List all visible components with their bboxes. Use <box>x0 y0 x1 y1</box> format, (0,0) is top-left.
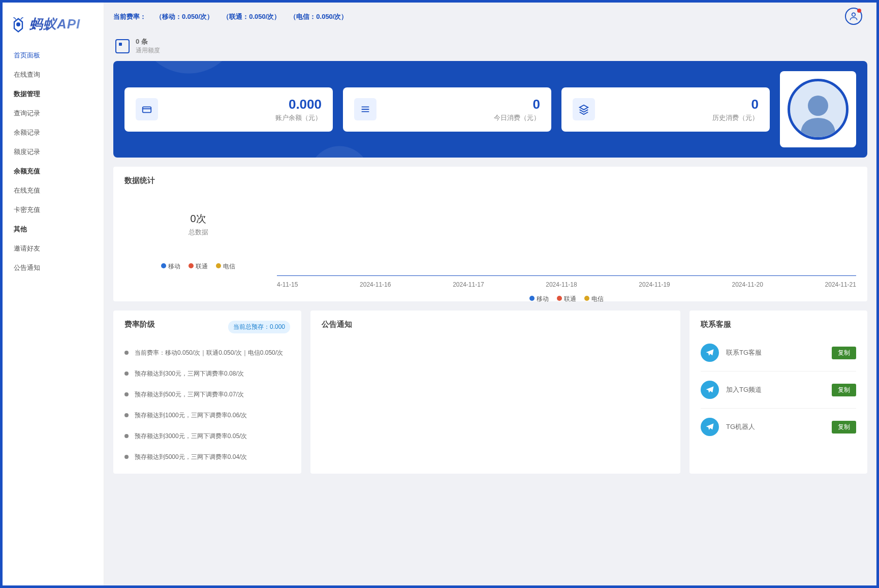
legend-bottom: 移动 联通 电信 <box>277 295 856 303</box>
rate-item: 预存额达到5000元，三网下调费率0.04/次 <box>124 447 287 465</box>
rate-item: 当前费率：移动0.050/次｜联通0.050/次｜电信0.050/次 <box>124 343 287 363</box>
chart-total-label: 总数据 <box>189 228 208 237</box>
rate-item-text: 当前费率：移动0.050/次｜联通0.050/次｜电信0.050/次 <box>135 349 283 357</box>
rate-item: 预存额达到300元，三网下调费率0.08/次 <box>124 363 287 384</box>
rate-item-text: 预存额达到3000元，三网下调费率0.05/次 <box>135 432 247 441</box>
user-icon <box>849 11 859 21</box>
rate-item: 预存额达到1000元，三网下调费率0.06/次 <box>124 405 287 426</box>
calendar-icon <box>115 39 130 53</box>
sidebar-item-invite[interactable]: 邀请好友 <box>3 239 104 258</box>
rate-unicom: （联通：0.050/次） <box>223 12 280 21</box>
sidebar-item-notice[interactable]: 公告通知 <box>3 258 104 277</box>
contact-label: 联系TG客服 <box>726 348 825 357</box>
sidebar: 蚂蚁API 首页面板 在线查询 数据管理 查询记录 余额记录 额度记录 余额充值… <box>3 3 104 585</box>
avatar-box <box>780 71 856 147</box>
rate-telecom: （电信：0.050/次） <box>290 12 348 21</box>
x-tick: 2024-11-19 <box>639 281 670 288</box>
telegram-icon <box>701 418 719 436</box>
legend-telecom: 电信 <box>223 263 235 270</box>
bullet-icon <box>124 455 129 459</box>
svg-point-0 <box>16 22 20 26</box>
sidebar-group-data-mgmt: 数据管理 <box>3 84 104 104</box>
stat-card-balance: 0.000 账户余额（元） <box>124 87 333 132</box>
chart-area: 4-11-152024-11-162024-11-172024-11-18202… <box>277 191 856 292</box>
copy-button[interactable]: 复制 <box>832 347 856 359</box>
x-tick: 2024-11-16 <box>360 281 391 288</box>
chart-title: 数据统计 <box>124 176 856 185</box>
stat-today-label: 今日消费（元） <box>386 113 540 122</box>
legend-unicom: 联通 <box>196 263 208 270</box>
sidebar-group-recharge: 余额充值 <box>3 162 104 181</box>
contact-panel: 联系客服 联系TG客服复制加入TG频道复制TG机器人复制 <box>689 311 867 474</box>
bullet-icon <box>124 413 129 417</box>
x-tick: 2024-11-21 <box>825 281 856 288</box>
ant-logo-icon <box>10 16 26 33</box>
stat-balance-value: 0.000 <box>167 97 322 112</box>
contact-item: 加入TG频道复制 <box>701 372 856 409</box>
sidebar-item-online-query[interactable]: 在线查询 <box>3 65 104 84</box>
rate-mobile: （移动：0.050/次） <box>155 12 213 21</box>
rate-item-text: 预存额达到300元，三网下调费率0.08/次 <box>135 369 244 378</box>
quota-value: 0 条 <box>136 37 160 46</box>
stat-card-today: 0 今日消费（元） <box>343 87 551 132</box>
bullet-icon <box>124 372 129 376</box>
list-icon <box>354 98 376 120</box>
contact-label: TG机器人 <box>726 422 825 431</box>
contact-item: TG机器人复制 <box>701 409 856 445</box>
contact-label: 加入TG频道 <box>726 385 825 394</box>
notice-panel: 公告通知 <box>310 311 680 474</box>
sidebar-item-query-log[interactable]: 查询记录 <box>3 104 104 123</box>
rate-panel: 费率阶级 当前总预存：0.000 当前费率：移动0.050/次｜联通0.050/… <box>113 311 301 474</box>
legend-left: 移动 联通 电信 <box>161 262 235 271</box>
main: 当前费率： （移动：0.050/次） （联通：0.050/次） （电信：0.05… <box>104 3 876 585</box>
stat-history-value: 0 <box>604 97 759 112</box>
stat-history-label: 历史消费（元） <box>604 113 759 122</box>
rate-item: 预存额达到3000元，三网下调费率0.05/次 <box>124 426 287 447</box>
chart-total-value: 0次 <box>190 212 206 226</box>
quota-label: 通用额度 <box>136 46 160 55</box>
rate-item-text: 预存额达到500元，三网下调费率0.07/次 <box>135 390 244 399</box>
chart-panel: 数据统计 0次 总数据 移动 联通 电信 4-11-152024-11-1620… <box>113 167 867 301</box>
copy-button[interactable]: 复制 <box>832 421 856 434</box>
legend-mobile: 移动 <box>168 263 180 270</box>
stat-balance-label: 账户余额（元） <box>167 113 322 122</box>
stat-today-value: 0 <box>386 97 540 112</box>
sidebar-item-quota-log[interactable]: 额度记录 <box>3 142 104 162</box>
svg-rect-2 <box>143 107 151 112</box>
rate-item-text: 预存额达到1000元，三网下调费率0.06/次 <box>135 411 247 420</box>
sidebar-item-balance-log[interactable]: 余额记录 <box>3 123 104 142</box>
notice-title: 公告通知 <box>322 320 669 329</box>
stat-card-history: 0 历史消费（元） <box>561 87 770 132</box>
sidebar-item-online-recharge[interactable]: 在线充值 <box>3 181 104 200</box>
logo: 蚂蚁API <box>3 3 104 46</box>
sidebar-item-dashboard[interactable]: 首页面板 <box>3 46 104 65</box>
x-tick: 4-11-15 <box>277 281 298 288</box>
x-tick: 2024-11-17 <box>453 281 484 288</box>
telegram-icon <box>701 344 719 362</box>
notification-dot-icon <box>857 9 861 13</box>
contact-title: 联系客服 <box>701 320 856 329</box>
wallet-icon <box>136 98 158 120</box>
contact-item: 联系TG客服复制 <box>701 334 856 372</box>
rate-label: 当前费率： <box>113 12 146 21</box>
copy-button[interactable]: 复制 <box>832 384 856 396</box>
bullet-icon <box>124 434 129 438</box>
svg-point-3 <box>808 96 828 116</box>
quota-row: 0 条 通用额度 <box>113 31 867 61</box>
svg-point-1 <box>852 13 856 16</box>
topbar: 当前费率： （移动：0.050/次） （联通：0.050/次） （电信：0.05… <box>113 3 867 31</box>
logo-text: 蚂蚁API <box>29 15 80 33</box>
layers-icon <box>573 98 595 120</box>
rate-item-text: 预存额达到5000元，三网下调费率0.04/次 <box>135 453 247 461</box>
avatar-icon <box>788 79 849 140</box>
sidebar-group-other: 其他 <box>3 220 104 239</box>
sidebar-item-card-recharge[interactable]: 卡密充值 <box>3 200 104 220</box>
bullet-icon <box>124 392 129 396</box>
x-tick: 2024-11-20 <box>732 281 763 288</box>
telegram-icon <box>701 381 719 399</box>
user-avatar-button[interactable] <box>845 8 862 25</box>
rate-item: 预存额达到500元，三网下调费率0.07/次 <box>124 384 287 405</box>
prestore-badge: 当前总预存：0.000 <box>228 321 290 333</box>
rate-list[interactable]: 当前费率：移动0.050/次｜联通0.050/次｜电信0.050/次预存额达到3… <box>124 343 290 465</box>
bullet-icon <box>124 351 129 355</box>
